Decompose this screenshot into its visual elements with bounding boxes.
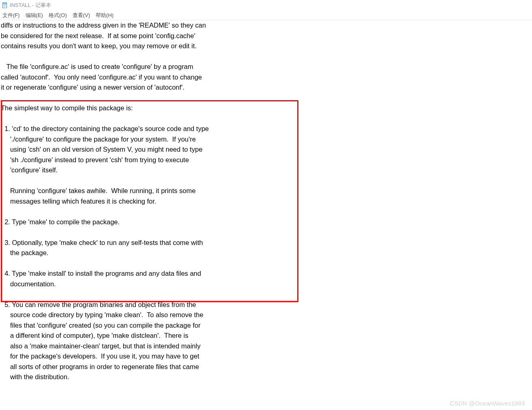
text-line: 3. Optionally, type 'make check' to run … [1,239,203,246]
text-line: Running 'configure' takes awhile. While … [1,187,195,194]
text-line: diffs or instructions to the address giv… [1,21,206,29]
text-line: for the package's developers. If you use… [1,352,199,360]
text-line: 5. You can remove the program binaries a… [1,301,196,308]
text-line: documentation. [1,280,56,288]
window-titlebar: INSTALL - 记事本 [0,0,532,11]
text-line: also a 'make maintainer-clean' target, b… [1,342,200,350]
text-line: with the distribution. [1,373,69,380]
menu-view[interactable]: 查看(V) [73,12,90,19]
text-line: 2. Type 'make' to compile the package. [1,218,120,225]
text-line: it or regenerate 'configure' using a new… [1,84,184,91]
text-line: The simplest way to compile this package… [1,104,133,112]
menu-format[interactable]: 格式(O) [49,12,67,19]
text-line: contains results you don't want to keep,… [1,42,197,49]
text-line: the package. [1,249,48,256]
text-line: 1. 'cd' to the directory containing the … [1,125,209,132]
text-line: source code directory by typing 'make cl… [1,311,203,318]
text-line: be considered for the next release. If a… [1,32,195,39]
text-line: messages telling which features it is ch… [1,197,156,205]
menu-edit[interactable]: 编辑(E) [26,12,43,19]
editor-text[interactable]: diffs or instructions to the address giv… [0,20,532,382]
text-line: 'configure' itself. [1,166,58,174]
editor-content[interactable]: diffs or instructions to the address giv… [0,20,532,382]
text-line: 4. Type 'make install' to install the pr… [1,270,201,277]
text-line: 'sh ./configure' instead to prevent 'csh… [1,156,189,163]
svg-rect-1 [3,3,7,4]
menu-help[interactable]: 帮助(H) [96,12,114,19]
text-line: './configure' to configure the package f… [1,135,196,143]
text-line: a different kind of computer), type 'mak… [1,332,188,339]
menubar: 文件(F) 编辑(E) 格式(O) 查看(V) 帮助(H) [0,11,532,20]
text-line: called 'autoconf'. You only need 'config… [1,73,202,81]
notepad-icon [2,2,8,9]
text-line: The file 'configure.ac' is used to creat… [1,63,193,70]
text-line: using 'csh' on an old version of System … [1,146,202,153]
watermark-text: CSDN @OceanWaves1993 [450,400,525,407]
menu-file[interactable]: 文件(F) [2,12,20,19]
window-title: INSTALL - 记事本 [10,2,51,9]
text-line: files that 'configure' created (so you c… [1,322,200,329]
text-line: all sorts of other programs in order to … [1,363,199,370]
